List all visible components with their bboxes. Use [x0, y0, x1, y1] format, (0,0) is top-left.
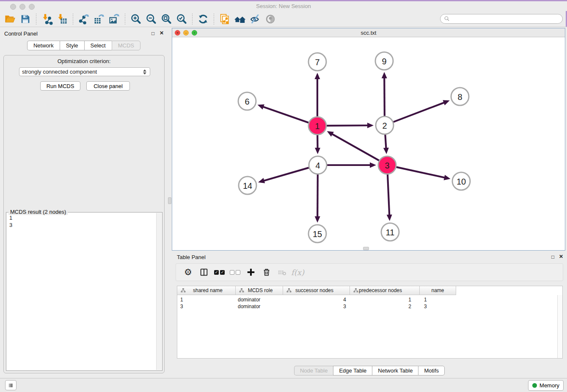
cell-successor-nodes[interactable]: 3: [283, 304, 350, 310]
graph-node-7[interactable]: 7: [308, 53, 326, 71]
graph-edge-3-1[interactable]: [332, 134, 379, 160]
delete-column-button[interactable]: [259, 265, 274, 280]
cell-predecessor-nodes[interactable]: 2: [350, 304, 420, 310]
zoom-fit-button[interactable]: [159, 12, 174, 26]
column-header-shared-name[interactable]: shared name: [177, 286, 236, 295]
network-graph-canvas[interactable]: 7968124314101511: [172, 37, 565, 250]
format-columns-button[interactable]: [196, 265, 212, 280]
result-scrollbar[interactable]: [156, 213, 162, 370]
memory-button[interactable]: Memory: [528, 380, 564, 391]
table-panel: Table Panel □ ✕ ⚙ ✓✓ f(x) shared name MC…: [172, 251, 567, 378]
tab-network[interactable]: Network: [27, 41, 60, 50]
toolbar-separator: [214, 14, 214, 25]
cell-successor-nodes[interactable]: 4: [283, 297, 350, 304]
graph-edge-1-2[interactable]: [327, 125, 368, 126]
export-table-button[interactable]: [91, 12, 107, 26]
cell-shared-name[interactable]: 3: [177, 304, 236, 310]
control-panel-float-icon[interactable]: □: [151, 31, 154, 36]
zoom-out-button[interactable]: [143, 12, 159, 26]
delete-table-button[interactable]: [274, 265, 290, 280]
graph-edge-2-8[interactable]: [394, 102, 445, 122]
tab-node-table[interactable]: Node Table: [294, 366, 333, 375]
cell-name[interactable]: 1: [420, 297, 456, 304]
search-input[interactable]: [450, 16, 559, 22]
function-builder-button[interactable]: f(x): [290, 265, 306, 280]
graph-edge-3-10[interactable]: [396, 167, 445, 178]
graph-node-10[interactable]: 10: [452, 172, 470, 190]
node-label: 14: [243, 181, 252, 190]
table-panel-float-icon[interactable]: □: [551, 254, 554, 259]
graph-arrowhead: [383, 148, 389, 154]
cell-shared-name[interactable]: 1: [177, 297, 236, 304]
deselect-all-icon: [230, 270, 240, 275]
network-window-titlebar[interactable]: ✕ − + scc.txt: [172, 28, 565, 37]
tab-select[interactable]: Select: [84, 41, 112, 50]
graph-node-3[interactable]: 3: [378, 156, 396, 174]
deselect-all-button[interactable]: [227, 265, 243, 280]
column-header-predecessor-nodes[interactable]: predecessor nodes: [350, 286, 420, 295]
graph-edge-4-15[interactable]: [317, 174, 318, 217]
column-header-name[interactable]: name: [420, 286, 456, 295]
home-networks-button[interactable]: [232, 12, 248, 26]
cell-name[interactable]: 3: [420, 304, 456, 310]
tab-network-table[interactable]: Network Table: [372, 366, 418, 375]
export-network-button[interactable]: [76, 12, 91, 26]
save-session-button[interactable]: [18, 12, 33, 26]
hide-selected-button[interactable]: [248, 12, 263, 26]
node-label: 4: [315, 161, 320, 170]
close-panel-button[interactable]: Close panel: [86, 81, 130, 91]
graph-arrowhead: [370, 163, 376, 168]
column-header-mcds-role[interactable]: MCDS role: [236, 286, 283, 295]
vertical-splitter-handle[interactable]: [168, 197, 171, 204]
table-panel-close-icon[interactable]: ✕: [559, 254, 563, 259]
node-table: shared name MCDS role successor nodes pr…: [177, 286, 563, 359]
graph-edge-4-14[interactable]: [263, 168, 308, 181]
graph-node-14[interactable]: 14: [239, 177, 256, 194]
graph-node-6[interactable]: 6: [238, 92, 256, 110]
graph-edge-2-9[interactable]: [384, 77, 385, 116]
graph-edge-2-3[interactable]: [385, 135, 386, 149]
graph-node-2[interactable]: 2: [376, 116, 394, 134]
select-all-button[interactable]: ✓✓: [212, 265, 227, 280]
column-header-successor-nodes[interactable]: successor nodes: [283, 286, 350, 295]
cell-mcds-role[interactable]: dominator: [236, 304, 283, 310]
open-session-button[interactable]: [3, 12, 18, 26]
clone-network-button[interactable]: [217, 12, 232, 26]
tab-mcds[interactable]: MCDS: [112, 41, 140, 50]
tab-edge-table[interactable]: Edge Table: [333, 366, 372, 375]
zoom-fit-icon: [160, 13, 172, 25]
task-history-button[interactable]: [5, 380, 17, 390]
horizontal-splitter-handle[interactable]: [363, 247, 369, 250]
table-scrollbar[interactable]: [557, 295, 562, 358]
cell-mcds-role[interactable]: dominator: [236, 297, 283, 304]
import-table-button[interactable]: [55, 12, 70, 26]
graph-node-4[interactable]: 4: [309, 156, 327, 174]
run-mcds-button[interactable]: Run MCDS: [40, 81, 80, 91]
graph-node-15[interactable]: 15: [308, 225, 326, 243]
graph-node-8[interactable]: 8: [451, 88, 469, 105]
cell-predecessor-nodes[interactable]: 1: [350, 297, 420, 304]
add-column-button[interactable]: [243, 265, 259, 280]
show-all-button[interactable]: [263, 12, 278, 26]
clone-network-icon: [219, 13, 231, 25]
criterion-selected-value: strongly connected component: [22, 69, 143, 75]
table-row[interactable]: 1 dominator 4 1 1: [177, 297, 456, 304]
graph-node-1[interactable]: 1: [308, 117, 326, 135]
import-network-button[interactable]: [39, 12, 55, 26]
tab-motifs[interactable]: Motifs: [418, 366, 445, 375]
graph-node-11[interactable]: 11: [381, 223, 399, 241]
export-image-button[interactable]: [107, 12, 122, 26]
table-settings-button[interactable]: ⚙: [180, 265, 196, 280]
control-panel-close-icon[interactable]: ✕: [160, 30, 164, 36]
table-row[interactable]: 3 dominator 3 2 3: [177, 304, 456, 310]
fx-icon: f(x): [291, 268, 304, 277]
zoom-in-button[interactable]: [128, 12, 143, 26]
graph-edge-1-6[interactable]: [263, 107, 308, 123]
refresh-button[interactable]: [195, 12, 211, 26]
graph-edge-3-11[interactable]: [388, 174, 389, 215]
export-image-icon: [108, 13, 120, 25]
criterion-select[interactable]: strongly connected component: [19, 67, 150, 76]
zoom-selected-button[interactable]: [174, 12, 189, 26]
graph-node-9[interactable]: 9: [375, 52, 393, 70]
tab-style[interactable]: Style: [60, 41, 84, 50]
